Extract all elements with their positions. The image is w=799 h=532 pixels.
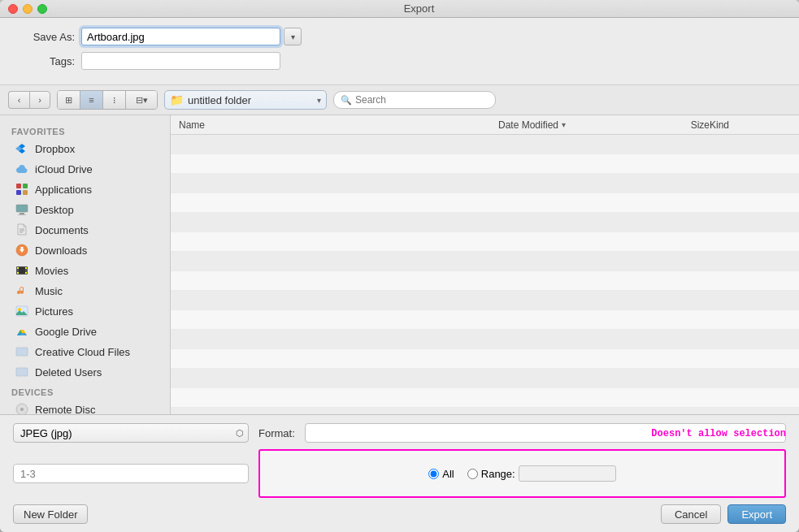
traffic-lights <box>8 4 47 14</box>
applications-icon <box>15 182 29 197</box>
creative-cloud-icon <box>15 344 29 359</box>
sidebar-item-pictures[interactable]: Pictures <box>3 301 167 321</box>
sidebar-item-creative-cloud[interactable]: Creative Cloud Files <box>3 342 167 361</box>
coverflow-view-button[interactable]: ⊟▾ <box>126 91 157 109</box>
sidebar-item-label-icloud: iCloud Drive <box>35 163 93 175</box>
svg-rect-1 <box>23 184 28 188</box>
annotation-text: Doesn't allow selection <box>651 428 786 439</box>
column-header-date[interactable]: Date Modified ▾ <box>498 119 645 131</box>
search-icon: 🔍 <box>341 95 352 106</box>
sort-arrow-icon: ▾ <box>562 120 566 129</box>
close-button[interactable] <box>8 4 18 14</box>
toolbar: ‹ › ⊞ ≡ ⫶ ⊟▾ 📁 untitled folder ▾ <box>0 85 799 115</box>
table-row <box>171 135 799 154</box>
table-row <box>171 369 799 388</box>
sidebar-item-remote-disc[interactable]: Remote Disc <box>3 400 167 414</box>
sidebar-item-label-google-drive: Google Drive <box>35 326 97 338</box>
back-icon: ‹ <box>18 95 21 105</box>
table-row <box>171 154 799 174</box>
svg-rect-17 <box>25 272 27 274</box>
sidebar-item-label-music: Music <box>35 285 63 297</box>
sidebar-item-label-applications: Applications <box>35 184 92 196</box>
tags-row: Tags: <box>16 52 783 70</box>
table-row <box>171 310 799 330</box>
tags-input[interactable] <box>81 52 280 70</box>
sidebar-item-music[interactable]: Music <box>3 281 167 301</box>
svg-rect-18 <box>19 267 25 274</box>
tags-label: Tags: <box>16 55 81 67</box>
save-as-row: Save As: ▾ <box>16 28 783 45</box>
list-view-button[interactable]: ≡ <box>80 91 103 109</box>
remote-disc-icon <box>15 402 29 414</box>
file-list-header: Name Date Modified ▾ Size Kind <box>171 115 799 135</box>
svg-rect-6 <box>18 214 26 215</box>
svg-rect-14 <box>17 267 19 269</box>
devices-section-label: Devices <box>0 383 170 399</box>
sidebar-item-movies[interactable]: Movies <box>3 261 167 280</box>
table-row <box>171 408 799 414</box>
sidebar-item-desktop[interactable]: Desktop <box>3 200 167 219</box>
table-row <box>171 174 799 193</box>
sidebar-item-deleted-users[interactable]: Deleted Users <box>3 362 167 382</box>
window-title: Export <box>47 2 791 15</box>
file-rows <box>171 135 799 414</box>
export-button[interactable]: Export <box>727 504 786 524</box>
radio-range: Range: <box>467 465 616 482</box>
forward-button[interactable]: › <box>29 91 50 109</box>
icon-view-button[interactable]: ⊞ <box>58 91 80 109</box>
columns-icon: ⫶ <box>112 95 117 105</box>
svg-rect-15 <box>25 267 27 269</box>
location-picker[interactable]: 📁 untitled folder ▾ <box>164 90 327 110</box>
sidebar-item-label-downloads: Downloads <box>35 244 87 257</box>
action-buttons: Cancel Export <box>661 504 786 524</box>
location-chevron-button[interactable]: ▾ <box>284 28 302 45</box>
sidebar-item-applications[interactable]: Applications <box>3 179 167 199</box>
icloud-icon <box>15 162 29 176</box>
location-text: untitled folder <box>188 94 314 106</box>
range-value-input[interactable] <box>519 465 616 482</box>
format-select[interactable]: JPEG (jpg) <box>13 423 249 443</box>
cancel-button[interactable]: Cancel <box>661 504 721 524</box>
page-range-input[interactable] <box>13 464 249 483</box>
page-range-row: Doesn't allow selection All Range: <box>13 449 786 498</box>
minimize-button[interactable] <box>23 4 33 14</box>
sidebar-item-google-drive[interactable]: Google Drive <box>3 322 167 341</box>
table-row <box>171 232 799 252</box>
format-label: Format: <box>258 427 295 439</box>
sidebar-item-dropbox[interactable]: Dropbox <box>3 139 167 158</box>
format-select-wrapper: JPEG (jpg) ⬡ <box>13 423 249 443</box>
column-header-name[interactable]: Name <box>179 119 498 131</box>
search-box: 🔍 <box>333 91 496 109</box>
svg-rect-4 <box>16 205 28 212</box>
coverflow-icon: ⊟▾ <box>136 95 148 106</box>
new-folder-button[interactable]: New Folder <box>13 504 88 524</box>
desktop-icon <box>15 202 29 217</box>
file-list-area: Name Date Modified ▾ Size Kind <box>171 115 799 414</box>
radio-all-input[interactable] <box>428 469 439 479</box>
sidebar-item-label-pictures: Pictures <box>35 305 73 318</box>
location-dropdown-icon: ▾ <box>317 96 321 105</box>
list-icon: ≡ <box>89 95 93 105</box>
search-input[interactable] <box>355 94 489 106</box>
selection-box: All Range: <box>258 449 786 498</box>
svg-rect-22 <box>16 368 28 376</box>
folder-icon: 📁 <box>170 93 184 106</box>
music-icon <box>15 283 29 298</box>
radio-range-input[interactable] <box>467 469 478 479</box>
table-row <box>171 193 799 213</box>
sidebar-item-icloud-drive[interactable]: iCloud Drive <box>3 159 167 179</box>
column-view-button[interactable]: ⫶ <box>103 91 126 109</box>
sidebar-item-label-creative-cloud: Creative Cloud Files <box>35 346 130 358</box>
date-modified-label: Date Modified <box>498 119 558 131</box>
sidebar-item-documents[interactable]: Documents <box>3 220 167 240</box>
column-header-kind[interactable]: Kind <box>710 119 791 131</box>
save-as-input[interactable] <box>81 28 280 45</box>
column-header-size[interactable]: Size <box>645 119 710 131</box>
back-button[interactable]: ‹ <box>8 91 29 109</box>
sidebar-item-downloads[interactable]: Downloads <box>3 240 167 260</box>
movies-icon <box>15 263 29 278</box>
maximize-button[interactable] <box>37 4 47 14</box>
pictures-icon <box>15 304 29 318</box>
table-row <box>171 349 799 369</box>
svg-rect-12 <box>21 247 24 249</box>
